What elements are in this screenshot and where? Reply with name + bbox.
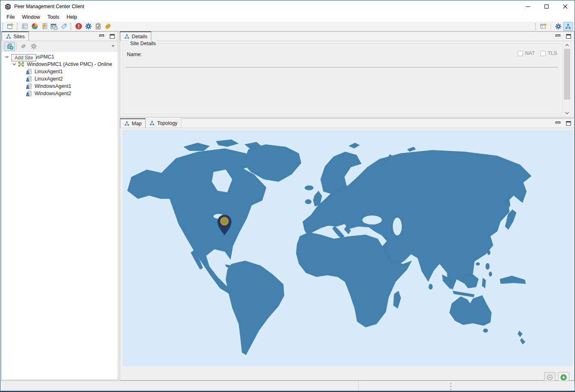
new-window-icon	[7, 23, 14, 30]
checklist-button[interactable]	[20, 22, 30, 31]
menu-tools[interactable]: Tools	[44, 13, 63, 22]
toolbar-grip	[17, 23, 19, 30]
refresh-icon	[20, 43, 26, 49]
preferences-button[interactable]	[83, 22, 93, 31]
settings-perspective-button[interactable]	[553, 22, 563, 31]
minimize-view-button[interactable]	[98, 33, 105, 39]
tab-map[interactable]: Map	[120, 118, 146, 128]
tls-checkbox[interactable]: TLS	[540, 50, 557, 56]
menubar: File Window Tools Help	[0, 13, 575, 22]
minimize-view-icon	[555, 122, 560, 124]
tag-icon	[61, 23, 67, 30]
map-panel: Map Topology	[120, 118, 575, 381]
tree-agent-label: LinuxAgent1	[35, 69, 63, 74]
add-site-icon	[7, 43, 13, 50]
details-scrollbar[interactable]	[564, 42, 571, 116]
scroll-down-icon[interactable]	[564, 110, 571, 116]
name-field[interactable]	[126, 67, 558, 68]
network-triangle-icon	[6, 34, 11, 39]
scrollbar-thumb[interactable]	[564, 49, 570, 100]
refresh-button[interactable]	[18, 42, 28, 51]
maximize-button[interactable]	[537, 0, 556, 13]
zoom-in-icon	[560, 374, 567, 381]
gear-icon	[555, 23, 562, 30]
maximize-view-button[interactable]	[109, 33, 115, 39]
tree-row-agent[interactable]: WindowsAgent2	[2, 90, 118, 97]
minimize-view-button[interactable]	[555, 120, 561, 126]
app-logo-icon	[4, 3, 11, 10]
tab-topology-label: Topology	[157, 120, 177, 126]
app-window: Peer Management Center Client File Windo…	[0, 0, 575, 392]
window-title: Peer Management Center Client	[14, 4, 84, 9]
tree-row-agent[interactable]: LinuxAgent2	[2, 75, 118, 83]
zoom-out-icon	[547, 374, 553, 381]
statusbar	[0, 381, 575, 391]
main-toolbar	[0, 22, 575, 31]
tags-button[interactable]	[59, 22, 69, 31]
agent-icon	[26, 90, 32, 97]
tab-details-label: Details	[132, 34, 147, 39]
toolbar-grip	[70, 23, 72, 30]
maximize-view-button[interactable]	[565, 33, 572, 39]
toolbar-separator	[16, 43, 17, 50]
view-menu-button[interactable]	[111, 45, 115, 47]
nat-checkbox-box[interactable]	[518, 51, 523, 56]
chevron-down-icon[interactable]	[11, 61, 17, 67]
details-panel-header: Details	[120, 32, 574, 41]
toolbar-grip	[2, 23, 4, 30]
alerts-button[interactable]	[74, 22, 83, 31]
maximize-view-icon	[110, 34, 115, 39]
agent-icon	[26, 76, 32, 82]
maximize-view-icon	[566, 121, 571, 126]
menu-help[interactable]: Help	[63, 13, 81, 22]
site-details-group: Site Details	[123, 44, 563, 114]
sites-tree: WindowsPMC1 WindowsPMC1 (Active PMC)	[2, 52, 118, 380]
clipboard-check-icon	[95, 23, 102, 30]
minimize-button[interactable]	[518, 0, 537, 13]
minimize-view-icon	[99, 35, 104, 37]
statusbar-separator	[358, 381, 359, 391]
chevron-down-icon[interactable]	[4, 54, 10, 60]
sync-button[interactable]	[103, 22, 113, 31]
tls-checkbox-box[interactable]	[540, 51, 546, 56]
close-button[interactable]	[556, 0, 575, 13]
tree-row-pmc[interactable]: WindowsPMC1 (Active PMC) - Online	[2, 61, 118, 68]
tab-sites[interactable]: Sites	[2, 31, 29, 41]
tree-row-agent[interactable]: WindowsAgent1	[2, 83, 118, 90]
tree-agent-label: LinuxAgent2	[35, 76, 63, 82]
world-map[interactable]	[122, 130, 573, 366]
open-perspective-button[interactable]	[538, 22, 548, 31]
add-site-button[interactable]	[4, 42, 15, 51]
tree-row-agent[interactable]: LinuxAgent1	[2, 68, 118, 75]
tab-sites-label: Sites	[13, 34, 25, 39]
reports-button[interactable]	[30, 22, 39, 31]
minimize-icon	[526, 7, 530, 7]
maximize-icon	[545, 4, 549, 9]
close-icon	[563, 4, 568, 9]
new-window-button[interactable]	[5, 22, 15, 31]
network-triangle-icon	[565, 23, 571, 30]
tab-topology[interactable]: Topology	[146, 118, 181, 128]
network-triangle-icon	[149, 120, 155, 126]
tab-details[interactable]: Details	[120, 31, 151, 41]
open-perspective-icon	[540, 23, 547, 30]
menu-file[interactable]: File	[3, 13, 18, 22]
scroll-up-icon[interactable]	[564, 42, 571, 48]
maximize-view-button[interactable]	[565, 120, 572, 126]
map-body	[120, 128, 574, 380]
perspective-bar	[534, 22, 573, 31]
run-script-button[interactable]	[39, 22, 49, 31]
agent-icon	[26, 68, 32, 75]
script-run-icon	[41, 23, 48, 30]
statusbar-grip[interactable]	[450, 383, 451, 390]
nat-checkbox[interactable]: NAT	[518, 50, 535, 56]
minimize-view-button[interactable]	[555, 33, 561, 39]
toolbar-separator	[551, 23, 551, 30]
site-settings-button[interactable]	[28, 42, 39, 51]
calendar-clock-icon	[50, 23, 58, 30]
schedule-button[interactable]	[49, 22, 59, 31]
sites-panel-header: Sites	[2, 32, 118, 41]
jobs-button[interactable]	[93, 22, 103, 31]
menu-window[interactable]: Window	[18, 13, 44, 22]
pmc-perspective-button[interactable]	[563, 22, 573, 31]
